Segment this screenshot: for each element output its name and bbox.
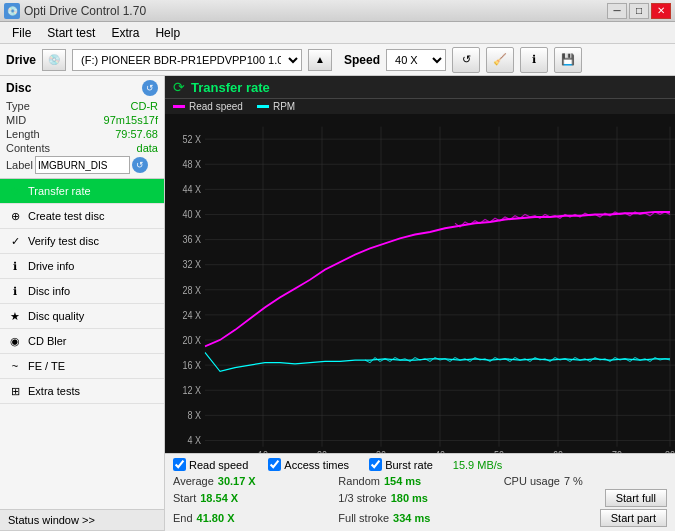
burst-rate-checkbox[interactable] xyxy=(369,458,382,471)
start-part-button[interactable]: Start part xyxy=(600,509,667,527)
fe-te-icon: ~ xyxy=(8,359,22,373)
nav-create-test-disc[interactable]: ⊕ Create test disc xyxy=(0,204,164,229)
svg-text:4 X: 4 X xyxy=(187,434,201,446)
refresh-speed-button[interactable]: ↺ xyxy=(452,47,480,73)
random-row: Random 154 ms xyxy=(338,475,501,487)
chart-canvas: 52 X 48 X 44 X 40 X 36 X 32 X 28 X 24 X … xyxy=(165,114,675,453)
access-times-checkbox-label[interactable]: Access times xyxy=(268,458,349,471)
drive-select[interactable]: (F:) PIONEER BDR-PR1EPDVPP100 1.01 xyxy=(72,49,302,71)
nav-drive-info[interactable]: ℹ Drive info xyxy=(0,254,164,279)
nav-transfer-rate[interactable]: ⟳ Transfer rate xyxy=(0,179,164,204)
disc-quality-icon: ★ xyxy=(8,309,22,323)
disc-type-label: Type xyxy=(6,100,30,112)
save-button[interactable]: 💾 xyxy=(554,47,582,73)
nav-items: ⟳ Transfer rate ⊕ Create test disc ✓ Ver… xyxy=(0,179,164,404)
maximize-button[interactable]: □ xyxy=(629,3,649,19)
disc-contents-label: Contents xyxy=(6,142,50,154)
menu-start-test[interactable]: Start test xyxy=(39,24,103,42)
cpu-value: 7 % xyxy=(564,475,583,487)
chart-stats: Read speed Access times Burst rate 15.9 … xyxy=(165,453,675,531)
disc-label-refresh-icon[interactable]: ↺ xyxy=(132,157,148,173)
close-button[interactable]: ✕ xyxy=(651,3,671,19)
svg-text:36 X: 36 X xyxy=(182,233,201,245)
svg-text:60: 60 xyxy=(553,449,563,453)
cpu-row: CPU usage 7 % xyxy=(504,475,667,487)
disc-mid-label: MID xyxy=(6,114,26,126)
eject-button[interactable]: ▲ xyxy=(308,49,332,71)
burst-rate-checkbox-label[interactable]: Burst rate xyxy=(369,458,433,471)
nav-disc-quality[interactable]: ★ Disc quality xyxy=(0,304,164,329)
app-title: Opti Drive Control 1.70 xyxy=(24,4,146,18)
stroke13-row: 1/3 stroke 180 ms xyxy=(338,489,501,507)
erase-button[interactable]: 🧹 xyxy=(486,47,514,73)
read-speed-checkbox-label[interactable]: Read speed xyxy=(173,458,248,471)
menu-extra[interactable]: Extra xyxy=(103,24,147,42)
disc-title: Disc xyxy=(6,81,31,95)
speed-select[interactable]: 40 X xyxy=(386,49,446,71)
stroke13-label: 1/3 stroke xyxy=(338,492,386,504)
sidebar: Disc ↺ Type CD-R MID 97m15s17f Length 79… xyxy=(0,76,165,531)
create-test-icon: ⊕ xyxy=(8,209,22,223)
read-speed-cb-label: Read speed xyxy=(189,459,248,471)
drivebar: Drive 💿 (F:) PIONEER BDR-PR1EPDVPP100 1.… xyxy=(0,44,675,76)
nav-cd-bler[interactable]: ◉ CD Bler xyxy=(0,329,164,354)
access-times-cb-label: Access times xyxy=(284,459,349,471)
start-label: Start xyxy=(173,492,196,504)
burst-rate-cb-label: Burst rate xyxy=(385,459,433,471)
transfer-rate-icon: ⟳ xyxy=(8,184,22,198)
access-times-checkbox[interactable] xyxy=(268,458,281,471)
nav-verify-test-disc[interactable]: ✓ Verify test disc xyxy=(0,229,164,254)
svg-text:30: 30 xyxy=(376,449,386,453)
speed-label: Speed xyxy=(344,53,380,67)
disc-refresh-icon[interactable]: ↺ xyxy=(142,80,158,96)
start-value: 18.54 X xyxy=(200,492,238,504)
menu-file[interactable]: File xyxy=(4,24,39,42)
svg-rect-0 xyxy=(165,114,675,453)
menubar: File Start test Extra Help xyxy=(0,22,675,44)
disc-label-input[interactable] xyxy=(35,156,130,174)
disc-length-value: 79:57.68 xyxy=(115,128,158,140)
fullstroke-row: Full stroke 334 ms xyxy=(338,509,501,527)
svg-text:40: 40 xyxy=(435,449,445,453)
read-speed-checkbox[interactable] xyxy=(173,458,186,471)
chart-svg: 52 X 48 X 44 X 40 X 36 X 32 X 28 X 24 X … xyxy=(165,114,675,453)
chart-area: ⟳ Transfer rate Read speed RPM xyxy=(165,76,675,531)
drive-icon-btn[interactable]: 💿 xyxy=(42,49,66,71)
average-row: Average 30.17 X xyxy=(173,475,336,487)
disc-length-row: Length 79:57.68 xyxy=(6,128,158,140)
burst-rate-value: 15.9 MB/s xyxy=(453,459,503,471)
menu-help[interactable]: Help xyxy=(147,24,188,42)
fullstroke-value: 334 ms xyxy=(393,512,430,524)
disc-info-icon: ℹ xyxy=(8,284,22,298)
start-row: Start 18.54 X xyxy=(173,489,336,507)
svg-text:52 X: 52 X xyxy=(182,133,201,145)
nav-extra-tests[interactable]: ⊞ Extra tests xyxy=(0,379,164,404)
nav-disc-quality-label: Disc quality xyxy=(28,310,84,322)
svg-text:10: 10 xyxy=(258,449,268,453)
nav-disc-info[interactable]: ℹ Disc info xyxy=(0,279,164,304)
nav-fe-te[interactable]: ~ FE / TE xyxy=(0,354,164,379)
start-full-button[interactable]: Start full xyxy=(605,489,667,507)
stroke13-value: 180 ms xyxy=(391,492,428,504)
drive-info-icon: ℹ xyxy=(8,259,22,273)
svg-text:20: 20 xyxy=(317,449,327,453)
disc-length-label: Length xyxy=(6,128,40,140)
end-row: End 41.80 X xyxy=(173,509,336,527)
chart-title: Transfer rate xyxy=(191,80,270,95)
minimize-button[interactable]: ─ xyxy=(607,3,627,19)
chart-legend: Read speed RPM xyxy=(165,99,675,114)
svg-text:32 X: 32 X xyxy=(182,258,201,270)
legend-rpm-label: RPM xyxy=(273,101,295,112)
svg-text:48 X: 48 X xyxy=(182,158,201,170)
svg-text:50: 50 xyxy=(494,449,504,453)
disc-section: Disc ↺ Type CD-R MID 97m15s17f Length 79… xyxy=(0,76,164,179)
svg-text:12 X: 12 X xyxy=(182,384,201,396)
status-window-label: Status window >> xyxy=(8,514,95,526)
info-button[interactable]: ℹ xyxy=(520,47,548,73)
cpu-label: CPU usage xyxy=(504,475,560,487)
svg-text:44 X: 44 X xyxy=(182,183,201,195)
status-window-button[interactable]: Status window >> xyxy=(0,510,164,531)
app-icon: 💿 xyxy=(4,3,20,19)
cd-bler-icon: ◉ xyxy=(8,334,22,348)
random-value: 154 ms xyxy=(384,475,421,487)
